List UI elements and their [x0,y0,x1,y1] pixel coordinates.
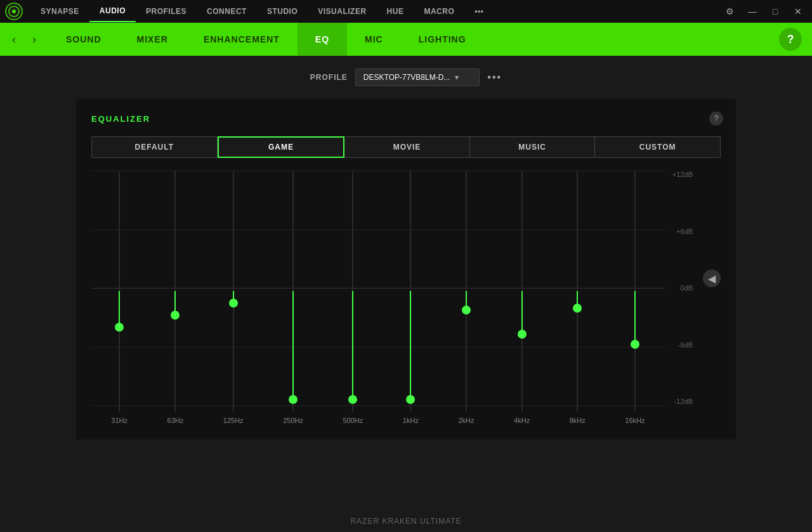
profile-label: PROFILE [310,73,348,82]
tab-lighting[interactable]: LIGHTING [401,23,484,56]
close-icon[interactable]: ✕ [789,3,807,20]
slider-fill-250Hz [292,291,294,399]
tab-eq[interactable]: EQ [298,23,347,56]
chevron-down-icon: ▾ [455,73,459,82]
slider-fill-16kHz [634,291,636,344]
slider-track-1kHz[interactable] [410,171,411,412]
nav-synapse[interactable]: SYNAPSE [30,0,89,22]
freq-label-8kHz: 8kHz [570,417,586,424]
slider-col-8kHz: 8kHz [570,171,586,424]
nav-macro[interactable]: MACRO [414,0,464,22]
app-logo[interactable] [5,3,23,20]
profile-select[interactable]: DESKTOP-77VB8LM-D... ▾ [355,68,480,86]
tab-bar: ‹ › SOUND MIXER ENHANCEMENT EQ MIC LIGHT… [0,23,812,56]
freq-label-125Hz: 125Hz [223,417,244,424]
eq-help-icon[interactable]: ? [709,112,723,126]
nav-more[interactable]: ••• [464,0,494,22]
slider-track-2kHz[interactable] [466,171,467,412]
slider-thumb-8kHz[interactable] [573,304,582,313]
tab-items: SOUND MIXER ENHANCEMENT EQ MIC LIGHTING [48,23,779,56]
slider-col-16kHz: 16kHz [625,171,645,424]
slider-col-31Hz: 31Hz [111,171,128,424]
slider-fill-1kHz [410,291,411,399]
db-label-0: 0dB [680,284,693,292]
preset-default[interactable]: DEFAULT [91,136,218,158]
preset-music[interactable]: MUSIC [470,136,596,158]
eq-title: EQUALIZER [91,114,721,124]
slider-track-63Hz[interactable] [174,171,176,412]
slider-track-8kHz[interactable] [577,171,578,412]
slider-thumb-500Hz[interactable] [348,395,357,404]
db-label-12-pos: +12dB [672,171,693,178]
tab-nav-arrows: ‹ › [5,30,43,48]
slider-thumb-125Hz[interactable] [229,299,238,308]
slider-thumb-250Hz[interactable] [289,395,298,404]
main-content: PROFILE DESKTOP-77VB8LM-D... ▾ ••• EQUAL… [0,56,812,452]
slider-fill-31Hz [119,291,120,327]
tab-enhancement[interactable]: ENHANCEMENT [186,23,298,56]
slider-col-250Hz: 250Hz [283,171,303,424]
slider-col-500Hz: 500Hz [343,171,363,424]
freq-label-500Hz: 500Hz [343,417,363,424]
tab-mic[interactable]: MIC [347,23,401,56]
slider-track-31Hz[interactable] [119,171,120,412]
slider-track-500Hz[interactable] [352,171,353,412]
freq-label-2kHz: 2kHz [458,417,474,424]
nav-connect[interactable]: CONNECT [197,0,257,22]
slider-thumb-63Hz[interactable] [171,311,180,320]
nav-hue[interactable]: HUE [377,0,414,22]
nav-visualizer[interactable]: VISUALIZER [308,0,376,22]
nav-profiles[interactable]: PROFILES [136,0,197,22]
top-nav-bar: SYNAPSE AUDIO PROFILES CONNECT STUDIO VI… [0,0,812,23]
slider-track-4kHz[interactable] [521,171,523,412]
freq-label-1kHz: 1kHz [403,417,419,424]
slider-track-16kHz[interactable] [634,171,636,412]
slider-col-63Hz: 63Hz [167,171,184,424]
slider-track-125Hz[interactable] [233,171,234,412]
slider-thumb-31Hz[interactable] [115,323,124,332]
maximize-icon[interactable]: □ [766,3,784,20]
help-button[interactable]: ? [779,28,802,51]
slider-thumb-16kHz[interactable] [631,340,639,349]
profile-row: PROFILE DESKTOP-77VB8LM-D... ▾ ••• [310,68,502,86]
nav-audio[interactable]: AUDIO [89,0,136,22]
slider-track-250Hz[interactable] [292,171,294,412]
top-nav-items: SYNAPSE AUDIO PROFILES CONNECT STUDIO VI… [30,0,721,22]
preset-movie[interactable]: MOVIE [344,136,470,158]
freq-label-250Hz: 250Hz [283,417,303,424]
slider-fill-4kHz [521,291,523,334]
nav-studio[interactable]: STUDIO [257,0,308,22]
freq-label-63Hz: 63Hz [167,417,184,424]
slider-col-1kHz: 1kHz [403,171,419,424]
freq-label-31Hz: 31Hz [111,417,128,424]
db-label-12-neg: -12dB [674,398,693,405]
eq-panel: EQUALIZER ? DEFAULT GAME MOVIE MUSIC CUS… [76,99,736,439]
slider-col-2kHz: 2kHz [458,171,474,424]
tab-sound[interactable]: SOUND [48,23,119,56]
settings-icon[interactable]: ⚙ [721,3,738,20]
minimize-icon[interactable]: — [743,3,761,20]
svg-point-2 [12,10,16,13]
eq-sliders-area: 31Hz63Hz125Hz250Hz500Hz1kHz2kHz4kHz8kHz1… [91,171,721,424]
sliders-grid: 31Hz63Hz125Hz250Hz500Hz1kHz2kHz4kHz8kHz1… [91,171,665,424]
tab-forward-button[interactable]: › [25,30,43,48]
tab-back-button[interactable]: ‹ [5,30,23,48]
slider-fill-500Hz [352,291,353,399]
tab-mixer[interactable]: MIXER [119,23,186,56]
profile-options-button[interactable]: ••• [487,72,502,83]
freq-label-16kHz: 16kHz [625,417,645,424]
preset-buttons: DEFAULT GAME MOVIE MUSIC CUSTOM [91,136,721,158]
slider-col-125Hz: 125Hz [223,171,244,424]
eq-sliders-container: 31Hz63Hz125Hz250Hz500Hz1kHz2kHz4kHz8kHz1… [91,171,665,424]
preset-game[interactable]: GAME [218,136,345,158]
window-controls: ⚙ — □ ✕ [721,3,807,20]
slider-thumb-2kHz[interactable] [462,306,471,315]
preset-custom[interactable]: CUSTOM [595,136,721,158]
slider-col-4kHz: 4kHz [514,171,530,424]
db-label-6-neg: -6dB [678,341,693,349]
eq-reset-button[interactable]: ◀ [703,269,721,287]
slider-thumb-1kHz[interactable] [406,395,415,404]
db-label-6-pos: +6dB [676,228,693,235]
slider-thumb-4kHz[interactable] [518,330,527,339]
freq-label-4kHz: 4kHz [514,417,530,424]
